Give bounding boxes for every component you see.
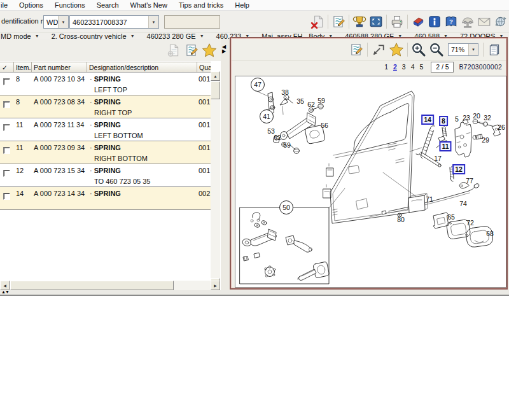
chevron-down-icon: ▼ <box>35 34 39 38</box>
table-row[interactable]: 12 A 000 723 15 34 · SPRINGTO 460 723 05… <box>0 164 211 187</box>
edit-notes-icon[interactable] <box>330 13 347 30</box>
header-quantity[interactable]: Quantity <box>197 62 211 72</box>
edit-notes-icon[interactable] <box>183 42 200 59</box>
scroll-left-button[interactable]: ◀ <box>0 281 10 290</box>
menu-item-functions[interactable]: Functions <box>49 1 91 10</box>
row-quantity: 001 <box>197 141 211 164</box>
table-row[interactable]: 14 A 000 723 14 34 · SPRING 002 <box>0 187 211 210</box>
menu-item-help[interactable]: Help <box>229 1 255 10</box>
favorites-star-icon[interactable] <box>200 42 218 59</box>
aux-identification-field <box>164 15 220 29</box>
row-checkbox[interactable] <box>3 147 10 154</box>
nav-dropdown-md-mode[interactable]: MD mode▼ <box>1 32 39 40</box>
figure-code: B7203000002 <box>459 63 502 71</box>
menu-item-options[interactable]: Options <box>13 1 49 10</box>
panel-splitter[interactable]: ◀▶ <box>221 39 230 290</box>
page-number-1[interactable]: 1 <box>384 63 388 71</box>
web-sync-icon[interactable] <box>492 13 509 30</box>
row-checkbox[interactable] <box>3 193 10 200</box>
page-number-4[interactable]: 4 <box>411 63 415 71</box>
eraser-icon[interactable] <box>410 13 426 30</box>
row-quantity: 001 <box>197 95 211 118</box>
edit-notes-icon[interactable] <box>347 41 365 58</box>
horizontal-scrollbar[interactable]: ◀ ▶ <box>0 281 220 290</box>
window-divider <box>0 295 509 296</box>
header-part-number[interactable]: Part number <box>32 62 87 72</box>
row-checkbox[interactable] <box>3 124 10 131</box>
row-part-number: A 000 723 15 34 <box>32 164 87 186</box>
page-view-icon[interactable] <box>485 41 503 58</box>
expand-view-icon[interactable] <box>368 13 384 30</box>
parts-list-panel: ✓ Item... Part number Designation/descri… <box>0 39 221 290</box>
table-row[interactable]: 11 A 000 723 11 34 · SPRINGLEFT BOTTOM 0… <box>0 118 211 141</box>
chevron-down-icon: ▼ <box>130 34 135 38</box>
wmi-combo[interactable]: WDB ▼ <box>43 15 69 29</box>
row-checkbox[interactable] <box>3 101 10 108</box>
delete-document-icon[interactable] <box>309 13 326 30</box>
award-cup-icon[interactable] <box>351 13 368 30</box>
zoom-level-combo[interactable]: 71% ▼ <box>448 43 478 56</box>
row-item-number: 8 <box>14 95 32 118</box>
menu-item-what-s-new[interactable]: What's New <box>125 1 173 10</box>
header-designation[interactable]: Designation/description <box>87 62 197 72</box>
row-item-number: 12 <box>14 164 32 186</box>
help-book-icon[interactable]: ? <box>443 13 459 30</box>
table-row[interactable]: 8 A 000 723 10 34 · SPRINGLEFT TOP 001 <box>0 73 211 95</box>
scroll-thumb[interactable] <box>10 281 174 290</box>
table-row[interactable]: 8 A 000 723 08 34 · SPRINGRIGHT TOP 001 <box>0 95 211 118</box>
vin-combo[interactable]: 46023317008337 ▼ <box>69 15 159 29</box>
splitter-collapse-icon[interactable]: ◀▶ <box>222 45 226 53</box>
parts-table: ✓ Item... Part number Designation/descri… <box>0 62 211 210</box>
print-icon[interactable] <box>389 13 405 30</box>
toolbar-separator <box>483 43 484 57</box>
wmi-value: WDB <box>44 18 58 26</box>
toolbar-separator <box>367 43 368 57</box>
row-part-number: A 000 723 11 34 <box>32 118 87 141</box>
page-indicator-box: 2 / 5 <box>431 62 454 73</box>
zoom-level-value: 71% <box>449 46 468 53</box>
nav-dropdown-2-cross-country-vehicle[interactable]: 2. Cross-country vehicle▼ <box>52 32 135 40</box>
epc-application-window: ileOptionsFunctionsSearchWhat's NewTips … <box>0 0 509 420</box>
menu-item-tips-and-tricks[interactable]: Tips and tricks <box>173 1 230 10</box>
table-header[interactable]: ✓ Item... Part number Designation/descri… <box>0 62 211 73</box>
chevron-down-icon[interactable]: ▼ <box>148 16 158 28</box>
row-designation: · SPRING <box>87 187 197 209</box>
page-number-2[interactable]: 2 <box>393 63 397 71</box>
table-row[interactable]: 11 A 000 723 09 34 · SPRINGRIGHT BOTTOM … <box>0 141 211 164</box>
row-checkbox[interactable] <box>3 170 10 177</box>
scroll-thumb[interactable] <box>211 81 220 99</box>
identification-toolbar: dentification number WDB ▼ 4602331700833… <box>0 11 509 32</box>
nav-dropdown-460233-280-ge[interactable]: 460233 280 GE▼ <box>147 32 204 40</box>
nav-dropdown-label: MD mode <box>1 32 31 40</box>
row-quantity: 001 <box>197 73 211 95</box>
menu-bar: ileOptionsFunctionsSearchWhat's NewTips … <box>0 0 509 11</box>
header-check[interactable]: ✓ <box>0 62 14 72</box>
row-quantity: 001 <box>197 118 211 141</box>
mail-icon[interactable] <box>476 13 492 30</box>
chevron-down-icon[interactable]: ▼ <box>58 16 68 28</box>
vehicle-lift-icon[interactable] <box>459 13 476 30</box>
menu-item-search[interactable]: Search <box>91 1 125 10</box>
nav-dropdown-label: 460233 280 GE <box>147 32 196 40</box>
zoom-out-icon[interactable] <box>428 41 445 58</box>
resize-grip-icon[interactable]: ▲▼ <box>1 290 9 294</box>
info-icon[interactable] <box>426 13 443 30</box>
row-checkbox[interactable] <box>3 78 10 85</box>
zoom-in-icon[interactable] <box>410 41 428 58</box>
row-designation: · SPRINGRIGHT BOTTOM <box>87 141 197 164</box>
header-item[interactable]: Item... <box>14 62 32 72</box>
bottom-resize-strip[interactable]: ▲▼ <box>0 290 509 295</box>
page-number-5[interactable]: 5 <box>420 63 424 71</box>
vertical-scrollbar[interactable]: ▲ ▼ <box>211 71 220 288</box>
scroll-up-button[interactable]: ▲ <box>211 71 220 81</box>
page-number-3[interactable]: 3 <box>402 63 406 71</box>
favorites-star-icon[interactable] <box>387 41 405 58</box>
chevron-down-icon: ▼ <box>200 34 204 38</box>
menu-item-ile[interactable]: ile <box>0 1 13 10</box>
vin-value: 46023317008337 <box>70 18 148 26</box>
chevron-down-icon[interactable]: ▼ <box>468 44 478 55</box>
crop-view-icon[interactable] <box>370 41 387 58</box>
exploded-diagram-view[interactable]: 4741501481112383562595653625952320322629… <box>235 76 506 288</box>
scroll-right-button[interactable]: ▶ <box>211 281 220 290</box>
add-document-icon[interactable] <box>165 42 183 59</box>
